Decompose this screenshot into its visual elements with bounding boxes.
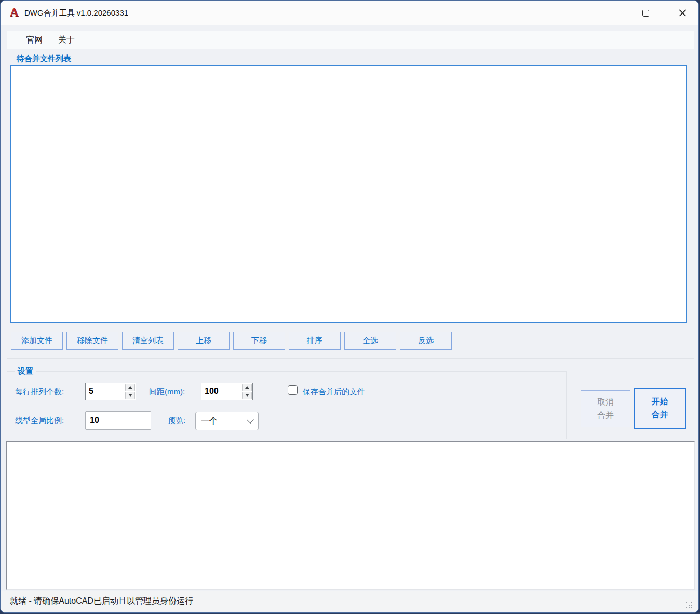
titlebar: A DWG合并工具 v1.0.20260331: [1, 1, 698, 25]
spacing-label: 间距(mm):: [149, 383, 185, 401]
save-merged-checkbox-label[interactable]: 保存合并后的文件: [303, 383, 365, 401]
minimize-icon: [605, 13, 612, 13]
spin-down-icon: [245, 394, 249, 397]
add-files-button[interactable]: 添加文件: [11, 332, 63, 350]
clear-list-button[interactable]: 清空列表: [122, 332, 174, 350]
per-row-label: 每行排列个数:: [15, 383, 64, 401]
select-all-button[interactable]: 全选: [344, 332, 396, 350]
log-output-area[interactable]: [6, 441, 695, 590]
spacing-spin-buttons: [241, 383, 252, 400]
save-merged-checkbox[interactable]: [288, 385, 298, 395]
resize-grip-icon[interactable]: [686, 602, 688, 604]
per-row-spinner[interactable]: 5: [85, 383, 136, 400]
minimize-button[interactable]: [596, 1, 621, 25]
file-listbox[interactable]: [10, 65, 687, 323]
menu-item-about[interactable]: 关于: [50, 33, 83, 48]
preview-dropdown[interactable]: 一个: [195, 412, 259, 430]
spin-down-button[interactable]: [242, 392, 252, 400]
start-merge-button[interactable]: 开始 合并: [634, 388, 686, 429]
chevron-down-icon: [247, 416, 254, 423]
close-button[interactable]: [670, 1, 695, 25]
statusbar: 就绪 - 请确保AutoCAD已启动且以管理员身份运行: [1, 591, 698, 613]
move-up-button[interactable]: 上移: [178, 332, 230, 350]
close-icon: [679, 9, 686, 17]
cancel-merge-button[interactable]: 取消 合并: [581, 390, 630, 427]
maximize-button[interactable]: [633, 1, 658, 25]
linetype-scale-label: 线型全局比例:: [15, 412, 64, 429]
autocad-logo-icon: A: [8, 6, 20, 19]
preview-label: 预览:: [168, 412, 185, 429]
spacing-value[interactable]: 100: [201, 383, 241, 400]
maximize-icon: [642, 10, 649, 17]
status-message: 就绪 - 请确保AutoCAD已启动且以管理员身份运行: [10, 591, 193, 611]
file-list-group-title: 待合并文件列表: [14, 54, 74, 64]
spacing-spinner[interactable]: 100: [201, 383, 253, 400]
settings-group-title: 设置: [15, 366, 36, 376]
spin-up-button[interactable]: [242, 384, 252, 391]
window-title: DWG合并工具 v1.0.20260331: [24, 1, 128, 25]
spin-up-button[interactable]: [125, 384, 135, 391]
spin-up-icon: [245, 386, 249, 389]
linetype-scale-input[interactable]: 10: [85, 411, 151, 430]
app-window: A DWG合并工具 v1.0.20260331 官网 关于 待合并文件列表 添加…: [0, 0, 699, 613]
menu-item-official-site[interactable]: 官网: [18, 33, 50, 48]
spin-up-icon: [128, 386, 132, 389]
invert-selection-button[interactable]: 反选: [400, 332, 452, 350]
remove-files-button[interactable]: 移除文件: [66, 332, 118, 350]
sort-button[interactable]: 排序: [289, 332, 341, 350]
preview-dropdown-value: 一个: [201, 416, 248, 427]
spin-down-icon: [128, 394, 132, 397]
list-toolbar: 添加文件 移除文件 清空列表 上移 下移 排序 全选 反选: [11, 332, 452, 350]
menubar: 官网 关于: [7, 31, 694, 49]
spin-down-button[interactable]: [125, 392, 135, 400]
move-down-button[interactable]: 下移: [233, 332, 285, 350]
per-row-value[interactable]: 5: [86, 383, 125, 400]
per-row-spin-buttons: [125, 383, 136, 400]
